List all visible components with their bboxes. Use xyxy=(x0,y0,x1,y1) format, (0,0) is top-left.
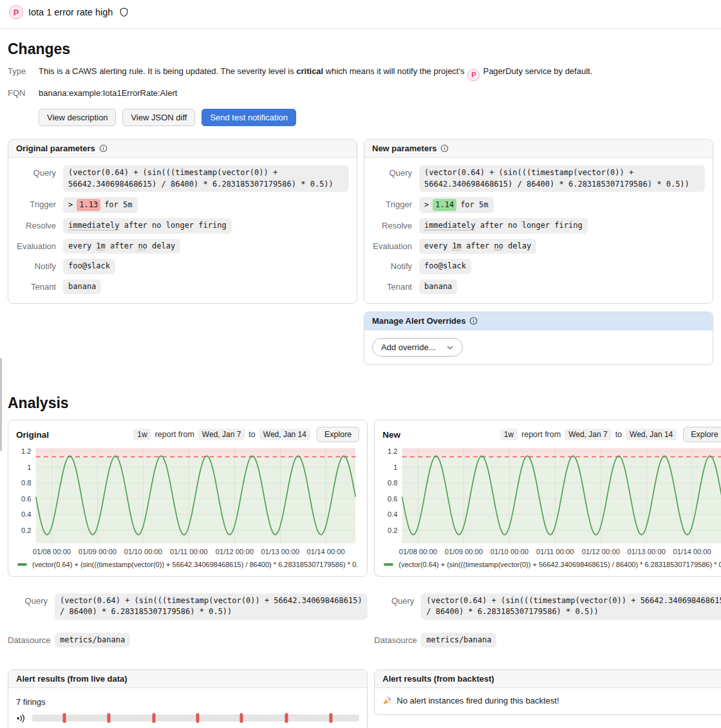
param-text-segment: delay xyxy=(503,241,531,250)
alert-diff-page: P Iota 1 error rate high Changes Type Th… xyxy=(0,0,721,728)
info-icon[interactable] xyxy=(99,144,108,153)
legend-swatch xyxy=(17,563,27,566)
trigger-row: Trigger >1.13for 5m xyxy=(16,197,349,213)
param-text-segment: 1m xyxy=(96,241,105,250)
query-row: Query (vector(0.64) + (sin(((timestamp(v… xyxy=(16,165,349,192)
new-parameters-panel: New parameters Query (vector(0.64) + (si… xyxy=(364,139,713,304)
param-text-segment: immediately xyxy=(424,221,475,230)
resolve-row: Resolve immediately after no longer firi… xyxy=(372,218,705,233)
to-date-pill: Wed, Jan 14 xyxy=(626,429,677,440)
svg-text:1.2: 1.2 xyxy=(21,447,32,455)
panel-title: New parameters xyxy=(372,144,436,153)
tenant-row: Tenant banana xyxy=(16,279,349,294)
evaluation-row: Evaluation every 1m after no delay xyxy=(16,239,349,254)
manage-overrides-header: Manage Alert Overrides xyxy=(364,312,713,330)
alert-results-live-panel: Alert results (from live data) 7 firings xyxy=(8,669,368,728)
view-description-button[interactable]: View description xyxy=(39,109,116,126)
svg-text:0.6: 0.6 xyxy=(388,495,398,503)
firing-tick xyxy=(62,713,66,723)
trigger-label: Trigger xyxy=(16,197,56,209)
add-override-dropdown[interactable]: Add override... xyxy=(372,338,463,357)
broadcast-icon xyxy=(16,713,26,723)
svg-text:01/14 00:00: 01/14 00:00 xyxy=(673,548,711,555)
datasource-row: Datasource metrics/banana xyxy=(374,633,721,648)
query-row: Query (vector(0.64) + (sin(((timestamp(v… xyxy=(8,593,368,620)
notify-label: Notify xyxy=(16,259,56,271)
trigger-label: Trigger xyxy=(372,197,412,209)
panel-title: Alert results (from backtest) xyxy=(382,674,494,684)
svg-text:01/09 00:00: 01/09 00:00 xyxy=(79,548,117,555)
type-text: PagerDuty service by default. xyxy=(483,66,592,76)
firing-tick xyxy=(107,713,110,723)
explore-button[interactable]: Explore xyxy=(317,427,359,442)
query-value: (vector(0.64) + (sin(((timestamp(vector(… xyxy=(421,593,721,620)
scrollbar-artifact xyxy=(0,358,2,451)
trigger-threshold-value: 1.13 xyxy=(77,199,100,211)
range-duration-pill: 1w xyxy=(133,429,151,440)
range-duration-pill: 1w xyxy=(500,429,518,440)
analysis-original-column: Original 1w report from Wed, Jan 7 to We… xyxy=(8,420,368,728)
notify-value: foo@slack xyxy=(419,259,471,274)
svg-text:01/14 00:00: 01/14 00:00 xyxy=(307,548,345,555)
svg-text:01/10 00:00: 01/10 00:00 xyxy=(491,548,529,555)
trigger-operator: > xyxy=(68,200,73,210)
severity-critical-text: critical xyxy=(296,66,323,76)
firings-timeline-row xyxy=(16,713,359,723)
pagerduty-inline-badge: P xyxy=(467,69,480,81)
from-date-pill: Wed, Jan 7 xyxy=(565,429,611,440)
to-text: to xyxy=(615,430,622,439)
trigger-threshold-value: 1.14 xyxy=(433,199,456,211)
svg-text:1.2: 1.2 xyxy=(388,447,398,455)
svg-text:01/13 00:00: 01/13 00:00 xyxy=(628,548,666,555)
page-header: P Iota 1 error rate high xyxy=(0,0,721,22)
view-json-diff-button[interactable]: View JSON diff xyxy=(122,109,195,126)
backtest-message-row: No alert instances fired during this bac… xyxy=(382,695,721,707)
panel-title: Original parameters xyxy=(16,144,95,153)
backtest-message: No alert instances fired during this bac… xyxy=(397,696,559,705)
trigger-row: Trigger >1.14for 5m xyxy=(372,197,705,213)
info-icon[interactable] xyxy=(440,144,449,153)
trigger-value: >1.13for 5m xyxy=(63,197,138,213)
svg-text:01/13 00:00: 01/13 00:00 xyxy=(261,548,299,555)
svg-text:0.8: 0.8 xyxy=(388,479,398,487)
type-row: Type This is a CAWS alerting rule. It is… xyxy=(8,66,713,81)
explore-button[interactable]: Explore xyxy=(683,427,721,442)
chart-header: Original 1w report from Wed, Jan 7 to We… xyxy=(16,427,359,442)
to-text: to xyxy=(248,430,255,439)
page-title: Iota 1 error rate high xyxy=(28,7,113,17)
send-test-notification-button[interactable]: Send test notification xyxy=(201,109,296,126)
evaluation-label: Evaluation xyxy=(372,239,412,251)
tenant-value: banana xyxy=(63,279,101,294)
notify-value: foo@slack xyxy=(63,259,115,274)
datasource-value: metrics/banana xyxy=(55,633,130,648)
svg-text:0.4: 0.4 xyxy=(388,510,398,518)
firing-tick xyxy=(285,713,288,723)
param-text-segment: after no longer firing xyxy=(475,221,582,230)
trigger-duration: for 5m xyxy=(460,200,488,210)
notify-row: Notify foo@slack xyxy=(16,259,349,274)
report-from-text: report from xyxy=(521,430,561,439)
fqn-value: banana:example:Iota1ErrorRate:Alert xyxy=(39,88,177,100)
legend-label: (vector(0.64) + (sin(((timestamp(vector(… xyxy=(398,561,721,568)
evaluation-value: every 1m after no delay xyxy=(419,239,536,254)
info-icon[interactable] xyxy=(469,317,478,325)
param-text-segment: delay xyxy=(147,241,175,250)
type-label: Type xyxy=(8,66,30,81)
fqn-label: FQN xyxy=(8,88,30,100)
svg-text:01/08 00:00: 01/08 00:00 xyxy=(399,548,437,555)
tenant-row: Tenant banana xyxy=(372,279,705,294)
evaluation-value: every 1m after no delay xyxy=(63,239,180,254)
param-text-segment: every xyxy=(68,241,96,250)
trigger-duration: for 5m xyxy=(104,200,132,210)
report-range: 1w report from Wed, Jan 7 to Wed, Jan 14… xyxy=(133,427,359,442)
datasource-value: metrics/banana xyxy=(421,633,496,648)
from-date-pill: Wed, Jan 7 xyxy=(198,429,245,440)
panel-title: Manage Alert Overrides xyxy=(372,316,465,326)
trigger-value: >1.14for 5m xyxy=(419,197,494,213)
chart-header: New 1w report from Wed, Jan 7 to Wed, Ja… xyxy=(382,427,721,442)
param-text-segment: immediately xyxy=(68,221,119,230)
original-parameters-panel: Original parameters Query (vector(0.64) … xyxy=(8,139,357,304)
datasource-label: Datasource xyxy=(374,633,414,645)
svg-text:0.2: 0.2 xyxy=(388,527,398,534)
alert-results-live-header: Alert results (from live data) xyxy=(8,670,367,688)
